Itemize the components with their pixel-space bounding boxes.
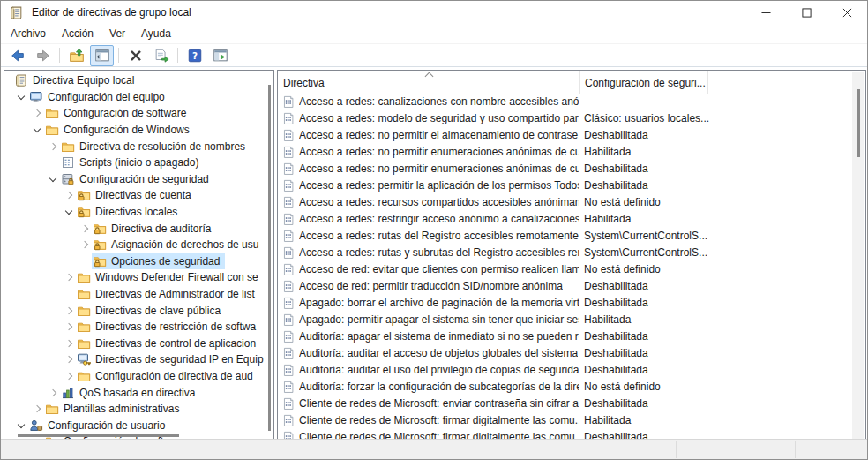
tree-item[interactable]: Directivas de cuenta xyxy=(4,187,273,204)
policy-security-setting: Deshabilitada xyxy=(584,345,844,362)
tree-item[interactable]: Asignación de derechos de usu xyxy=(4,237,273,253)
tree-item[interactable]: Directiva de auditoría xyxy=(4,220,273,237)
table-row[interactable]: Acceso de red: permitir traducción SID/n… xyxy=(278,278,865,295)
tree-item[interactable]: Plantillas administrativas xyxy=(4,401,273,418)
table-row[interactable]: Cliente de redes de Microsoft: enviar co… xyxy=(278,396,865,412)
chevron-right-icon xyxy=(64,340,71,347)
tree-item[interactable]: Directivas locales xyxy=(4,204,273,221)
column-header-configuracion-seguridad[interactable]: Configuración de seguri... xyxy=(580,71,708,94)
help-button[interactable]: ? xyxy=(183,45,206,66)
scrollbar-thumb[interactable] xyxy=(18,434,179,437)
policy-name: Acceso a redes: permitir la aplicación d… xyxy=(299,177,579,194)
menu-item[interactable]: Ver xyxy=(101,25,133,42)
show-console-tree-button[interactable] xyxy=(90,45,114,66)
minimize-button[interactable] xyxy=(745,1,786,24)
table-row[interactable]: Acceso a redes: modelo de seguridad y us… xyxy=(278,110,865,127)
tree-expander[interactable] xyxy=(61,192,76,198)
policy-security-setting: Deshabilitada xyxy=(584,362,844,379)
tree-expander[interactable] xyxy=(45,177,60,181)
table-row[interactable]: Acceso de red: evitar que clientes con p… xyxy=(278,261,865,278)
close-button[interactable] xyxy=(827,1,867,24)
policy-doc-icon xyxy=(282,95,295,109)
scrollbar-thumb[interactable] xyxy=(857,89,860,157)
export-list-button[interactable] xyxy=(149,45,173,66)
table-row[interactable]: Acceso a redes: recursos compartidos acc… xyxy=(278,194,865,211)
tree-expander[interactable] xyxy=(13,95,28,99)
tree-vertical-scrollbar[interactable] xyxy=(266,85,273,433)
window: Editor de directivas de grupo local Arch… xyxy=(0,0,868,460)
tree-item[interactable]: Directiva de resolución de nombres xyxy=(4,138,273,155)
policy-security-setting: Deshabilitada xyxy=(584,328,844,345)
status-bar xyxy=(1,439,867,459)
policy-name: Acceso a redes: no permitir el almacenam… xyxy=(299,127,579,144)
list-vertical-scrollbar[interactable] xyxy=(852,72,864,439)
menu-item[interactable]: Archivo xyxy=(3,25,54,42)
table-row[interactable]: Apagado: borrar el archivo de paginación… xyxy=(278,295,865,312)
menu-item[interactable]: Acción xyxy=(54,25,101,42)
tree-item[interactable]: Configuración del equipo xyxy=(4,89,273,106)
delete-button[interactable] xyxy=(123,45,147,66)
folder-icon xyxy=(61,140,75,154)
table-row[interactable]: Acceso a redes: restringir acceso anónim… xyxy=(278,211,865,228)
table-row[interactable]: Auditoría: apagar el sistema de inmediat… xyxy=(278,328,865,345)
tree-expander[interactable] xyxy=(61,373,76,379)
table-row[interactable]: Acceso a redes: no permitir el almacenam… xyxy=(278,127,865,144)
chevron-right-icon xyxy=(64,323,71,330)
table-row[interactable]: Acceso a redes: canalizaciones con nombr… xyxy=(278,94,865,110)
tree-item[interactable]: Scripts (inicio o apagado) xyxy=(4,155,273,171)
policy-name: Acceso a redes: recursos compartidos acc… xyxy=(299,194,579,211)
export-icon xyxy=(153,48,169,64)
table-row[interactable]: Acceso a redes: no permitir enumeracione… xyxy=(278,144,865,161)
table-row[interactable]: Auditoría: forzar la configuración de su… xyxy=(278,379,865,396)
table-row[interactable]: Acceso a redes: no permitir enumeracione… xyxy=(278,161,865,177)
tree-item[interactable]: Windows Defender Firewall con se xyxy=(4,269,273,286)
table-row[interactable]: Acceso a redes: rutas del Registro acces… xyxy=(278,228,865,245)
tree-item[interactable]: Directivas de seguridad IP en Equip xyxy=(4,351,273,368)
tree-expander[interactable] xyxy=(29,110,44,116)
tree-item-label: Configuración de Windows xyxy=(61,123,192,137)
tree-expander[interactable] xyxy=(61,308,76,313)
folder-icon xyxy=(45,402,59,416)
tree-expander[interactable] xyxy=(61,341,76,346)
tree-expander[interactable] xyxy=(13,424,28,427)
tree-item[interactable]: Opciones de seguridad xyxy=(4,253,273,270)
tree-expander[interactable] xyxy=(61,275,76,280)
policy-doc-icon xyxy=(282,263,295,276)
table-row[interactable]: Auditoría: auditar el acceso de objetos … xyxy=(278,345,865,362)
tree-expander[interactable] xyxy=(61,210,76,214)
tree-item[interactable]: Directiva Equipo local xyxy=(4,72,273,89)
tree-expander[interactable] xyxy=(77,226,92,231)
table-row[interactable]: Auditoría: auditar el uso del privilegio… xyxy=(278,362,865,379)
tree-expander[interactable] xyxy=(61,324,76,329)
policy-name: Cliente de redes de Microsoft: firmar di… xyxy=(299,412,579,429)
table-row[interactable]: Apagado: permitir apagar el sistema sin … xyxy=(278,312,865,328)
tree-item[interactable]: Configuración de software xyxy=(4,105,273,122)
back-button[interactable] xyxy=(5,45,29,66)
tree-expander[interactable] xyxy=(45,144,60,149)
table-row[interactable]: Acceso a redes: permitir la aplicación d… xyxy=(278,177,865,194)
tree-item-label: Configuración de directiva de aud xyxy=(93,369,256,383)
tree-expander[interactable] xyxy=(45,390,60,396)
tree-item[interactable]: Directivas de Administrador de list xyxy=(4,286,273,303)
tree-item[interactable]: Configuración de Windows xyxy=(4,122,273,139)
tree-expander[interactable] xyxy=(29,406,44,411)
table-row[interactable]: Acceso a redes: rutas y subrutas del Reg… xyxy=(278,245,865,261)
tree-expander[interactable] xyxy=(61,357,76,362)
maximize-button[interactable] xyxy=(786,1,827,24)
tree-item[interactable]: Directivas de restricción de softwa xyxy=(4,319,273,336)
tree-item[interactable]: Configuración de seguridad xyxy=(4,171,273,188)
tree-horizontal-scrollbar[interactable] xyxy=(5,432,265,439)
forward-button[interactable] xyxy=(31,45,55,66)
show-properties-button[interactable] xyxy=(208,45,232,66)
table-row[interactable]: Cliente de redes de Microsoft: firmar di… xyxy=(278,412,865,429)
menu-item[interactable]: Ayuda xyxy=(133,25,179,42)
up-one-level-button[interactable] xyxy=(64,45,88,66)
tree-expander[interactable] xyxy=(29,128,44,132)
tree-item[interactable]: Directivas de control de aplicacion xyxy=(4,336,273,352)
tree-item[interactable]: Directivas de clave pública xyxy=(4,302,273,319)
tree-expander[interactable] xyxy=(77,242,92,247)
tree-item[interactable]: QoS basada en directiva xyxy=(4,384,273,401)
tree-item[interactable]: Configuración de directiva de aud xyxy=(4,368,273,385)
scrollbar-thumb[interactable] xyxy=(268,85,271,431)
column-header-directiva[interactable]: Directiva xyxy=(278,71,580,94)
